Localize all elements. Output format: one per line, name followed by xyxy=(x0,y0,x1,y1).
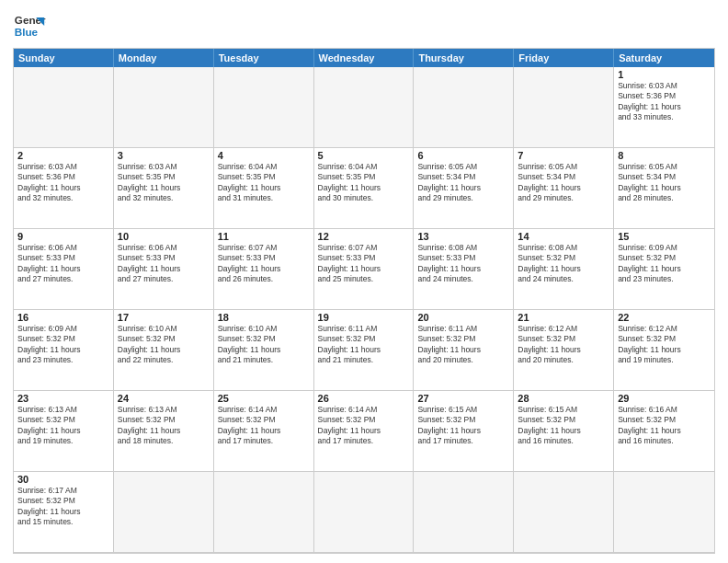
day-cell-14: 14Sunrise: 6:08 AM Sunset: 5:32 PM Dayli… xyxy=(514,229,614,310)
calendar-header-monday: Monday xyxy=(114,49,214,67)
day-info: Sunrise: 6:12 AM Sunset: 5:32 PM Dayligh… xyxy=(518,324,609,366)
empty-cell xyxy=(214,472,314,553)
day-info: Sunrise: 6:14 AM Sunset: 5:32 PM Dayligh… xyxy=(318,405,410,447)
day-info: Sunrise: 6:06 AM Sunset: 5:33 PM Dayligh… xyxy=(17,243,109,285)
day-number: 8 xyxy=(618,150,711,161)
day-number: 24 xyxy=(118,393,210,404)
day-number: 25 xyxy=(218,393,310,404)
day-number: 13 xyxy=(417,231,509,242)
day-info: Sunrise: 6:12 AM Sunset: 5:32 PM Dayligh… xyxy=(618,324,711,366)
day-info: Sunrise: 6:04 AM Sunset: 5:35 PM Dayligh… xyxy=(318,162,410,204)
calendar-body: 1Sunrise: 6:03 AM Sunset: 5:36 PM Daylig… xyxy=(14,67,714,553)
day-info: Sunrise: 6:07 AM Sunset: 5:33 PM Dayligh… xyxy=(218,243,310,285)
day-cell-15: 15Sunrise: 6:09 AM Sunset: 5:32 PM Dayli… xyxy=(614,229,714,310)
day-cell-11: 11Sunrise: 6:07 AM Sunset: 5:33 PM Dayli… xyxy=(214,229,314,310)
day-number: 1 xyxy=(618,69,711,80)
day-info: Sunrise: 6:04 AM Sunset: 5:35 PM Dayligh… xyxy=(218,162,310,204)
day-number: 26 xyxy=(318,393,410,404)
day-cell-24: 24Sunrise: 6:13 AM Sunset: 5:32 PM Dayli… xyxy=(114,391,214,472)
empty-cell xyxy=(414,67,514,148)
calendar-header-tuesday: Tuesday xyxy=(214,49,314,67)
day-cell-9: 9Sunrise: 6:06 AM Sunset: 5:33 PM Daylig… xyxy=(14,229,114,310)
calendar: SundayMondayTuesdayWednesdayThursdayFrid… xyxy=(13,48,715,554)
day-info: Sunrise: 6:03 AM Sunset: 5:36 PM Dayligh… xyxy=(17,162,109,204)
day-info: Sunrise: 6:16 AM Sunset: 5:32 PM Dayligh… xyxy=(618,405,711,447)
day-info: Sunrise: 6:14 AM Sunset: 5:32 PM Dayligh… xyxy=(218,405,310,447)
empty-cell xyxy=(514,472,614,553)
day-info: Sunrise: 6:03 AM Sunset: 5:35 PM Dayligh… xyxy=(118,162,210,204)
day-number: 16 xyxy=(17,312,109,323)
empty-cell xyxy=(214,67,314,148)
day-number: 15 xyxy=(618,231,711,242)
day-info: Sunrise: 6:05 AM Sunset: 5:34 PM Dayligh… xyxy=(417,162,509,204)
day-cell-5: 5Sunrise: 6:04 AM Sunset: 5:35 PM Daylig… xyxy=(314,148,415,229)
empty-cell xyxy=(514,67,614,148)
day-number: 12 xyxy=(318,231,410,242)
day-number: 17 xyxy=(118,312,210,323)
empty-cell xyxy=(114,67,214,148)
day-cell-21: 21Sunrise: 6:12 AM Sunset: 5:32 PM Dayli… xyxy=(514,310,614,391)
day-info: Sunrise: 6:09 AM Sunset: 5:32 PM Dayligh… xyxy=(618,243,711,285)
day-info: Sunrise: 6:09 AM Sunset: 5:32 PM Dayligh… xyxy=(17,324,109,366)
day-cell-16: 16Sunrise: 6:09 AM Sunset: 5:32 PM Dayli… xyxy=(14,310,114,391)
day-cell-17: 17Sunrise: 6:10 AM Sunset: 5:32 PM Dayli… xyxy=(114,310,214,391)
day-cell-27: 27Sunrise: 6:15 AM Sunset: 5:32 PM Dayli… xyxy=(414,391,514,472)
day-info: Sunrise: 6:08 AM Sunset: 5:33 PM Dayligh… xyxy=(417,243,509,285)
empty-cell xyxy=(614,472,714,553)
day-cell-13: 13Sunrise: 6:08 AM Sunset: 5:33 PM Dayli… xyxy=(414,229,514,310)
day-info: Sunrise: 6:11 AM Sunset: 5:32 PM Dayligh… xyxy=(417,324,509,366)
day-number: 30 xyxy=(17,474,109,485)
day-number: 6 xyxy=(417,150,509,161)
day-cell-12: 12Sunrise: 6:07 AM Sunset: 5:33 PM Dayli… xyxy=(314,229,415,310)
day-number: 5 xyxy=(318,150,410,161)
day-number: 19 xyxy=(318,312,410,323)
day-cell-25: 25Sunrise: 6:14 AM Sunset: 5:32 PM Dayli… xyxy=(214,391,314,472)
day-cell-7: 7Sunrise: 6:05 AM Sunset: 5:34 PM Daylig… xyxy=(514,148,614,229)
header: General Blue xyxy=(13,9,715,42)
svg-text:Blue: Blue xyxy=(15,26,39,38)
logo: General Blue xyxy=(13,9,46,42)
day-cell-29: 29Sunrise: 6:16 AM Sunset: 5:32 PM Dayli… xyxy=(614,391,714,472)
day-number: 20 xyxy=(417,312,509,323)
day-number: 28 xyxy=(518,393,609,404)
calendar-header-friday: Friday xyxy=(514,49,614,67)
day-cell-10: 10Sunrise: 6:06 AM Sunset: 5:33 PM Dayli… xyxy=(114,229,214,310)
day-cell-28: 28Sunrise: 6:15 AM Sunset: 5:32 PM Dayli… xyxy=(514,391,614,472)
calendar-header: SundayMondayTuesdayWednesdayThursdayFrid… xyxy=(14,49,714,67)
day-number: 22 xyxy=(618,312,711,323)
calendar-header-thursday: Thursday xyxy=(414,49,514,67)
empty-cell xyxy=(314,67,415,148)
day-number: 3 xyxy=(118,150,210,161)
day-cell-4: 4Sunrise: 6:04 AM Sunset: 5:35 PM Daylig… xyxy=(214,148,314,229)
day-info: Sunrise: 6:15 AM Sunset: 5:32 PM Dayligh… xyxy=(518,405,609,447)
day-number: 14 xyxy=(518,231,609,242)
day-number: 23 xyxy=(17,393,109,404)
day-number: 29 xyxy=(618,393,711,404)
calendar-header-saturday: Saturday xyxy=(614,49,714,67)
day-cell-6: 6Sunrise: 6:05 AM Sunset: 5:34 PM Daylig… xyxy=(414,148,514,229)
day-info: Sunrise: 6:03 AM Sunset: 5:36 PM Dayligh… xyxy=(618,81,711,123)
day-number: 21 xyxy=(518,312,609,323)
day-number: 18 xyxy=(218,312,310,323)
day-info: Sunrise: 6:05 AM Sunset: 5:34 PM Dayligh… xyxy=(518,162,609,204)
day-cell-2: 2Sunrise: 6:03 AM Sunset: 5:36 PM Daylig… xyxy=(14,148,114,229)
day-info: Sunrise: 6:15 AM Sunset: 5:32 PM Dayligh… xyxy=(417,405,509,447)
day-info: Sunrise: 6:08 AM Sunset: 5:32 PM Dayligh… xyxy=(518,243,609,285)
empty-cell xyxy=(114,472,214,553)
day-cell-30: 30Sunrise: 6:17 AM Sunset: 5:32 PM Dayli… xyxy=(14,472,114,553)
day-cell-18: 18Sunrise: 6:10 AM Sunset: 5:32 PM Dayli… xyxy=(214,310,314,391)
day-cell-8: 8Sunrise: 6:05 AM Sunset: 5:34 PM Daylig… xyxy=(614,148,714,229)
generalblue-logo-icon: General Blue xyxy=(13,9,46,42)
day-number: 4 xyxy=(218,150,310,161)
empty-cell xyxy=(14,67,114,148)
day-info: Sunrise: 6:06 AM Sunset: 5:33 PM Dayligh… xyxy=(118,243,210,285)
day-cell-3: 3Sunrise: 6:03 AM Sunset: 5:35 PM Daylig… xyxy=(114,148,214,229)
day-cell-23: 23Sunrise: 6:13 AM Sunset: 5:32 PM Dayli… xyxy=(14,391,114,472)
day-number: 27 xyxy=(417,393,509,404)
page: General Blue SundayMondayTuesdayWednesda… xyxy=(0,0,728,563)
day-info: Sunrise: 6:17 AM Sunset: 5:32 PM Dayligh… xyxy=(17,486,109,528)
day-cell-1: 1Sunrise: 6:03 AM Sunset: 5:36 PM Daylig… xyxy=(614,67,714,148)
day-number: 11 xyxy=(218,231,310,242)
day-info: Sunrise: 6:07 AM Sunset: 5:33 PM Dayligh… xyxy=(318,243,410,285)
calendar-header-wednesday: Wednesday xyxy=(314,49,415,67)
